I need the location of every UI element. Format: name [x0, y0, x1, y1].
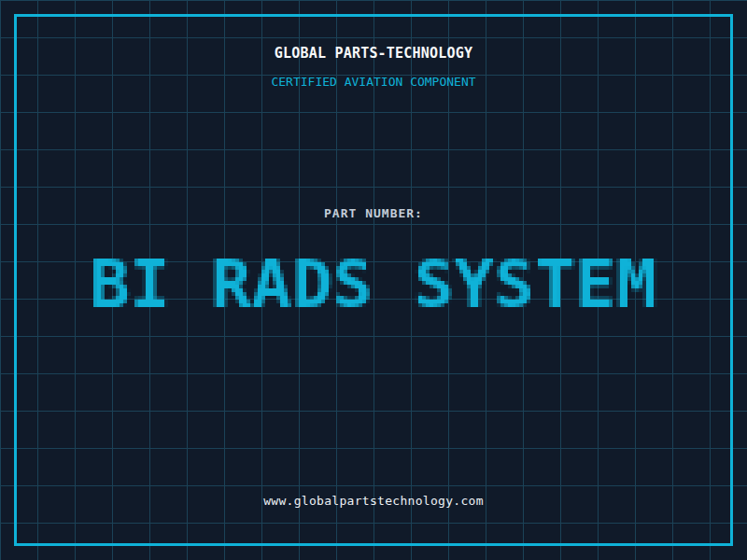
certification-tagline: CERTIFIED AVIATION COMPONENT — [0, 76, 747, 88]
part-number-pixel-text — [0, 236, 747, 329]
company-name: GLOBAL PARTS-TECHNOLOGY — [0, 47, 747, 61]
blueprint-background: { "theme": { "background_color": "#101a2… — [0, 0, 747, 560]
part-number-label: PART NUMBER: — [0, 207, 747, 219]
website-url: www.globalpartstechnology.com — [0, 495, 747, 507]
